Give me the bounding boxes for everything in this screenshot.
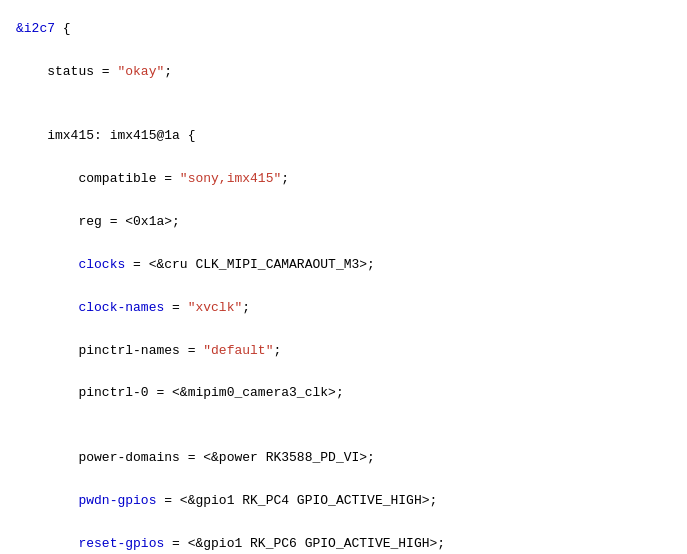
code-line: pwdn-gpios = <&gpio1 RK_PC4 GPIO_ACTIVE_…: [16, 490, 671, 511]
code-line: &i2c7 {: [16, 18, 671, 39]
code-line: clock-names = "xvclk";: [16, 297, 671, 318]
code-container: &i2c7 { status = "okay"; imx415: imx415@…: [0, 0, 687, 554]
code-line: imx415: imx415@1a {: [16, 125, 671, 146]
code-block: &i2c7 { status = "okay"; imx415: imx415@…: [0, 10, 687, 554]
code-line: reg = <0x1a>;: [16, 211, 671, 232]
code-line: compatible = "sony,imx415";: [16, 168, 671, 189]
code-line: pinctrl-names = "default";: [16, 340, 671, 361]
code-line: status = "okay";: [16, 61, 671, 82]
code-line: pinctrl-0 = <&mipim0_camera3_clk>;: [16, 382, 671, 403]
code-line: power-domains = <&power RK3588_PD_VI>;: [16, 447, 671, 468]
code-line: reset-gpios = <&gpio1 RK_PC6 GPIO_ACTIVE…: [16, 533, 671, 554]
code-line: clocks = <&cru CLK_MIPI_CAMARAOUT_M3>;: [16, 254, 671, 275]
